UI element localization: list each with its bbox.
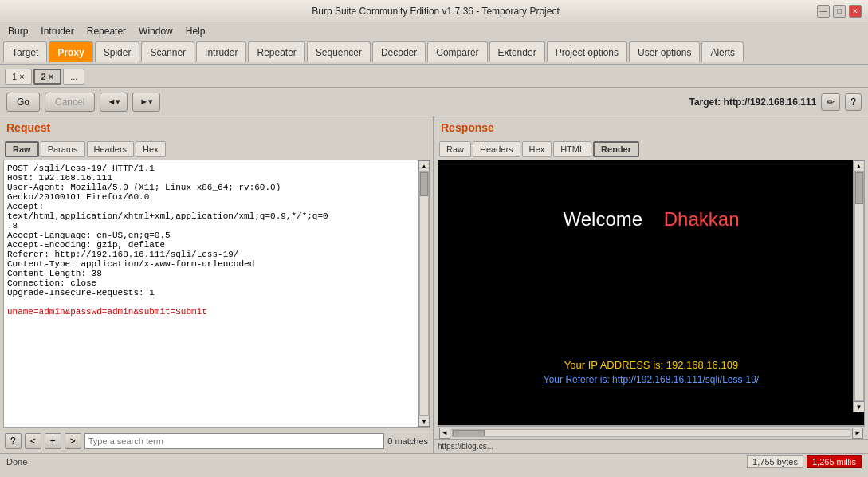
resp-scroll-up[interactable]: ▲ (854, 160, 865, 171)
request-panel: Request Raw Params Headers Hex POST /sql… (0, 116, 434, 453)
search-help-button[interactable]: ? (5, 433, 22, 449)
tab-sequencer[interactable]: Sequencer (307, 41, 371, 62)
tab-target[interactable]: Target (3, 41, 47, 62)
window-title: Burp Suite Community Edition v1.7.36 - T… (54, 6, 817, 17)
response-tab-headers[interactable]: Headers (473, 141, 520, 157)
sub-tab-more[interactable]: ... (63, 69, 84, 85)
response-tabs: Raw Headers Hex HTML Render (434, 139, 868, 160)
url-bar: https://blog.cs... (434, 439, 868, 453)
cancel-button[interactable]: Cancel (45, 93, 95, 112)
nav-fwd-button[interactable]: ►▾ (132, 93, 160, 112)
edit-target-button[interactable]: ✏ (821, 93, 840, 111)
resp-scroll-down[interactable]: ▼ (854, 401, 865, 412)
scroll-down-arrow[interactable]: ▼ (418, 416, 430, 427)
request-tab-params[interactable]: Params (41, 141, 85, 157)
tab-comparer[interactable]: Comparer (427, 41, 487, 62)
render-view: Welcome Dhakkan Your IP ADDRESS is: 192.… (438, 160, 864, 425)
main-tabs-bar: Target Proxy Spider Scanner Intruder Rep… (0, 40, 868, 65)
resp-scroll-track[interactable] (854, 171, 864, 401)
maximize-icon: □ (837, 7, 841, 15)
target-label: Target: http://192.168.16.111 (689, 97, 816, 108)
minimize-icon: — (820, 7, 827, 15)
matches-count: 0 matches (387, 436, 428, 446)
resp-scroll-h-track[interactable] (452, 429, 850, 437)
sub-tab-2[interactable]: 2 × (33, 69, 62, 85)
ip-info: Your IP ADDRESS is: 192.168.16.109 Your … (438, 359, 864, 385)
sub-tabs-bar: 1 × 2 × ... (0, 65, 868, 88)
resp-scroll-right[interactable]: ► (852, 428, 863, 439)
request-tab-raw[interactable]: Raw (5, 141, 39, 157)
tab-repeater[interactable]: Repeater (248, 41, 304, 62)
help-button[interactable]: ? (845, 93, 862, 111)
close-icon: ✕ (852, 7, 858, 15)
go-button[interactable]: Go (6, 93, 40, 112)
tab-project-options[interactable]: Project options (547, 41, 627, 62)
request-tab-hex[interactable]: Hex (136, 141, 166, 157)
search-close-button[interactable]: > (65, 433, 81, 449)
name-text: Dhakkan (664, 208, 740, 230)
referer-label: Your Referer is: http://192.168.16.111/s… (438, 374, 864, 385)
response-panel: Response Raw Headers Hex HTML Render Wel… (434, 116, 868, 453)
scroll-track-v[interactable] (419, 171, 429, 416)
response-tab-raw[interactable]: Raw (439, 141, 471, 157)
search-prev-button[interactable]: < (25, 433, 41, 449)
welcome-text: Welcome (564, 208, 643, 230)
menu-bar: Burp Intruder Repeater Window Help (0, 22, 868, 40)
search-bar: ? < + > 0 matches (0, 428, 433, 453)
response-body-wrap: Welcome Dhakkan Your IP ADDRESS is: 192.… (438, 160, 865, 426)
request-tabs: Raw Params Headers Hex (0, 139, 433, 160)
resp-scroll-h-thumb (453, 430, 485, 436)
resp-scroll-thumb (855, 172, 863, 204)
render-content: Welcome Dhakkan (438, 160, 864, 425)
response-scrollbar-h: ◄ ► (438, 426, 865, 439)
menu-help[interactable]: Help (181, 24, 210, 38)
tab-alerts[interactable]: Alerts (701, 41, 744, 62)
ip-label: Your IP ADDRESS is: 192.168.16.109 (438, 359, 864, 371)
scroll-up-arrow[interactable]: ▲ (418, 160, 430, 171)
maximize-button[interactable]: □ (833, 5, 846, 18)
menu-window[interactable]: Window (134, 24, 178, 38)
response-tab-html[interactable]: HTML (553, 141, 591, 157)
nav-back-button[interactable]: ◄▾ (100, 93, 128, 112)
help-icon: ? (850, 97, 856, 108)
resp-scroll-left[interactable]: ◄ (439, 428, 450, 439)
response-tab-render[interactable]: Render (593, 141, 639, 157)
status-text: Done (6, 457, 27, 467)
main-content: Request Raw Params Headers Hex POST /sql… (0, 116, 868, 453)
scroll-thumb-v (420, 172, 428, 196)
response-title: Response (434, 116, 868, 139)
request-body[interactable]: POST /sqli/Less-19/ HTTP/1.1 Host: 192.1… (3, 160, 418, 428)
tab-scanner[interactable]: Scanner (141, 41, 194, 62)
search-next-button[interactable]: + (45, 433, 61, 449)
window-controls: — □ ✕ (817, 5, 862, 18)
request-title: Request (0, 116, 433, 139)
search-input[interactable] (84, 433, 385, 449)
bytes-badge: 1,755 bytes (747, 455, 803, 468)
sub-tab-1[interactable]: 1 × (5, 69, 32, 85)
menu-repeater[interactable]: Repeater (82, 24, 131, 38)
status-right: 1,755 bytes 1,265 millis (747, 455, 862, 468)
response-scrollbar-v[interactable]: ▲ ▼ (853, 160, 864, 412)
millis-badge: 1,265 millis (807, 455, 862, 468)
welcome-line: Welcome Dhakkan (564, 208, 740, 231)
tab-extender[interactable]: Extender (489, 41, 545, 62)
tab-decoder[interactable]: Decoder (372, 41, 426, 62)
pencil-icon: ✏ (827, 97, 835, 108)
menu-intruder[interactable]: Intruder (36, 24, 78, 38)
request-scroll-area: POST /sqli/Less-19/ HTTP/1.1 Host: 192.1… (3, 160, 430, 428)
status-bar: Done 1,755 bytes 1,265 millis (0, 453, 868, 469)
response-tab-hex[interactable]: Hex (522, 141, 552, 157)
tab-spider[interactable]: Spider (95, 41, 140, 62)
tab-proxy[interactable]: Proxy (49, 41, 92, 62)
close-button[interactable]: ✕ (849, 5, 862, 18)
minimize-button[interactable]: — (817, 5, 830, 18)
url-text: https://blog.cs... (438, 442, 493, 451)
menu-burp[interactable]: Burp (3, 24, 33, 38)
request-scrollbar-v[interactable]: ▲ ▼ (418, 160, 430, 428)
tab-intruder[interactable]: Intruder (196, 41, 246, 62)
title-bar: Burp Suite Community Edition v1.7.36 - T… (0, 0, 868, 22)
toolbar: Go Cancel ◄▾ ►▾ Target: http://192.168.1… (0, 88, 868, 116)
tab-user-options[interactable]: User options (629, 41, 700, 62)
request-tab-headers[interactable]: Headers (87, 141, 135, 157)
